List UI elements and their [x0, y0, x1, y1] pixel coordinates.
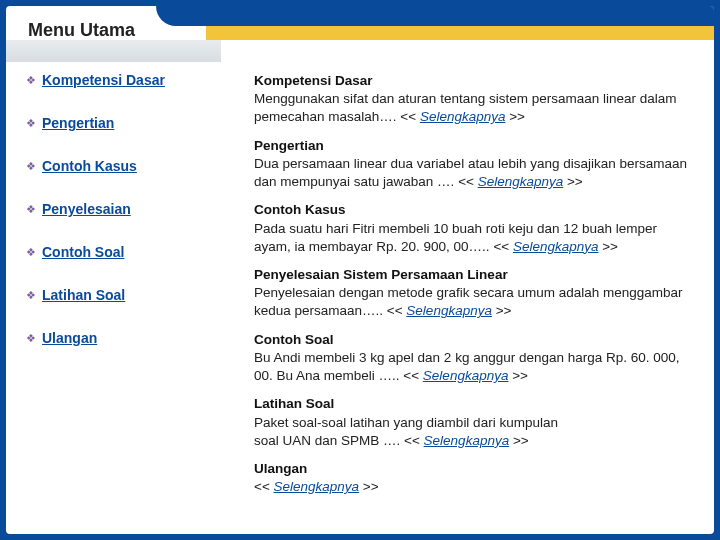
header: Menu Utama: [6, 6, 714, 54]
section-body-line2: soal UAN dan SPMB ….: [254, 433, 404, 448]
more-close: >>: [509, 433, 529, 448]
section-heading: Contoh Soal: [254, 331, 696, 349]
header-blue-bar: [156, 6, 714, 26]
section-ulangan: Ulangan << Selengkapnya >>: [254, 460, 696, 496]
section-body-line1: Paket soal-soal latihan yang diambil dar…: [254, 414, 696, 432]
more-link[interactable]: Selengkapnya: [420, 109, 506, 124]
section-penyelesaian: Penyelesaian Sistem Persamaan Linear Pen…: [254, 266, 696, 321]
more-open: <<: [403, 368, 423, 383]
section-pengertian: Pengertian Dua persamaan linear dua vari…: [254, 137, 696, 192]
diamond-icon: ❖: [26, 201, 36, 218]
section-heading: Penyelesaian Sistem Persamaan Linear: [254, 266, 696, 284]
more-open: <<: [400, 109, 420, 124]
section-latihan-soal: Latihan Soal Paket soal-soal latihan yan…: [254, 395, 696, 450]
header-grey-stripe: [6, 40, 221, 62]
section-contoh-kasus: Contoh Kasus Pada suatu hari Fitri membe…: [254, 201, 696, 256]
section-contoh-soal: Contoh Soal Bu Andi membeli 3 kg apel da…: [254, 331, 696, 386]
more-link[interactable]: Selengkapnya: [513, 239, 599, 254]
more-close: >>: [359, 479, 379, 494]
main-content: Kompetensi Dasar Menggunakan sifat dan a…: [210, 68, 702, 534]
more-open: <<: [387, 303, 407, 318]
more-link[interactable]: Selengkapnya: [274, 479, 360, 494]
sidebar-item-label: Pengertian: [42, 115, 114, 131]
more-link[interactable]: Selengkapnya: [406, 303, 492, 318]
sidebar-item-label: Ulangan: [42, 330, 97, 346]
diamond-icon: ❖: [26, 158, 36, 175]
section-heading: Pengertian: [254, 137, 696, 155]
more-close: >>: [508, 368, 528, 383]
content-area: ❖ Kompetensi Dasar ❖ Pengertian ❖ Contoh…: [6, 54, 714, 534]
more-open: <<: [458, 174, 478, 189]
section-heading: Latihan Soal: [254, 395, 696, 413]
more-open: <<: [254, 479, 274, 494]
more-open: <<: [493, 239, 513, 254]
sidebar-item-label: Latihan Soal: [42, 287, 125, 303]
section-heading: Ulangan: [254, 460, 696, 478]
more-link[interactable]: Selengkapnya: [478, 174, 564, 189]
more-link[interactable]: Selengkapnya: [424, 433, 510, 448]
page-title: Menu Utama: [6, 20, 135, 41]
sidebar-item-ulangan[interactable]: ❖ Ulangan: [26, 330, 210, 347]
sidebar-item-label: Contoh Kasus: [42, 158, 137, 174]
more-close: >>: [505, 109, 525, 124]
sidebar-item-kompetensi-dasar[interactable]: ❖ Kompetensi Dasar: [26, 72, 210, 89]
sidebar-item-contoh-soal[interactable]: ❖ Contoh Soal: [26, 244, 210, 261]
main-panel: Menu Utama ❖ Kompetensi Dasar ❖ Pengerti…: [6, 6, 714, 534]
section-heading: Contoh Kasus: [254, 201, 696, 219]
sidebar-item-contoh-kasus[interactable]: ❖ Contoh Kasus: [26, 158, 210, 175]
more-open: <<: [404, 433, 424, 448]
sidebar-item-penyelesaian[interactable]: ❖ Penyelesaian: [26, 201, 210, 218]
diamond-icon: ❖: [26, 287, 36, 304]
sidebar-item-label: Penyelesaian: [42, 201, 131, 217]
sidebar-item-label: Kompetensi Dasar: [42, 72, 165, 88]
section-kompetensi-dasar: Kompetensi Dasar Menggunakan sifat dan a…: [254, 72, 696, 127]
more-close: >>: [492, 303, 512, 318]
sidebar: ❖ Kompetensi Dasar ❖ Pengertian ❖ Contoh…: [26, 68, 210, 534]
sidebar-item-pengertian[interactable]: ❖ Pengertian: [26, 115, 210, 132]
header-yellow-bar: [206, 26, 714, 40]
sidebar-item-label: Contoh Soal: [42, 244, 124, 260]
diamond-icon: ❖: [26, 330, 36, 347]
more-close: >>: [598, 239, 618, 254]
diamond-icon: ❖: [26, 72, 36, 89]
more-link[interactable]: Selengkapnya: [423, 368, 509, 383]
section-heading: Kompetensi Dasar: [254, 72, 696, 90]
diamond-icon: ❖: [26, 115, 36, 132]
sidebar-item-latihan-soal[interactable]: ❖ Latihan Soal: [26, 287, 210, 304]
more-close: >>: [563, 174, 583, 189]
diamond-icon: ❖: [26, 244, 36, 261]
